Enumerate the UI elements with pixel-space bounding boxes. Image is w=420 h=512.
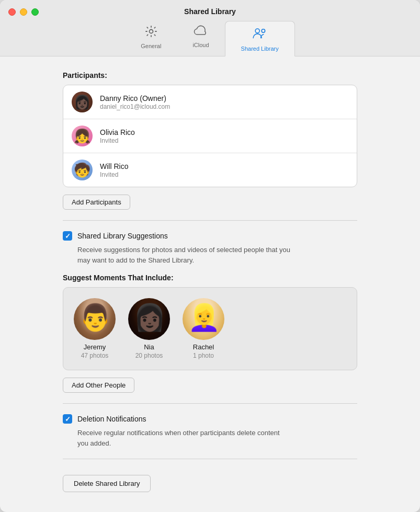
close-button[interactable]	[8, 8, 16, 16]
participant-status: Invited	[100, 171, 348, 178]
deletion-checkbox-row: ✓ Deletion Notifications	[63, 414, 357, 424]
section-divider-2	[63, 403, 357, 404]
person-name: Jeremy	[84, 343, 106, 351]
person-name: Nia	[144, 343, 154, 351]
person-photo-jeremy	[74, 298, 116, 340]
avatar: 🧒	[72, 160, 93, 180]
section-divider	[63, 220, 357, 221]
deletion-description: Receive regular notifications when other…	[77, 428, 357, 448]
participants-label: Participants:	[63, 71, 357, 79]
svg-point-0	[149, 30, 153, 33]
participant-info: Will Rico Invited	[100, 162, 348, 178]
person-count: 47 photos	[81, 352, 109, 359]
deletion-checkbox-label: Deletion Notifications	[77, 415, 146, 423]
section-divider-3	[63, 459, 357, 459]
participant-email: daniel_rico1@icloud.com	[100, 103, 348, 110]
cloud-icon	[194, 25, 208, 40]
person-photo-rachel	[183, 298, 224, 340]
participant-info: Olivia Rico Invited	[100, 128, 348, 144]
checkmark-icon: ✓	[65, 233, 71, 240]
list-item[interactable]: Rachel 1 photo	[183, 298, 224, 359]
avatar: 👩🏿	[72, 92, 93, 112]
participant-name: Olivia Rico	[100, 128, 348, 136]
participant-name: Will Rico	[100, 162, 348, 170]
add-other-people-button[interactable]: Add Other People	[63, 378, 134, 393]
shared-library-icon	[252, 26, 268, 43]
participant-status: Invited	[100, 137, 348, 144]
svg-point-2	[262, 29, 265, 32]
person-count: 1 photo	[193, 352, 214, 359]
minimize-button[interactable]	[20, 8, 27, 16]
tab-bar: General iCloud	[125, 21, 294, 56]
suggestions-checkbox-label: Shared Library Suggestions	[77, 232, 168, 240]
svg-point-1	[255, 29, 259, 33]
window-title: Shared Library	[184, 7, 236, 16]
maximize-button[interactable]	[31, 8, 39, 16]
list-item[interactable]: Jeremy 47 photos	[74, 298, 116, 359]
table-row[interactable]: 👩🏿 Danny Rico (Owner) daniel_rico1@iclou…	[63, 85, 357, 119]
tab-general[interactable]: General	[125, 21, 177, 56]
suggestions-checkbox-row: ✓ Shared Library Suggestions	[63, 231, 357, 241]
avatar: 👧	[72, 126, 93, 146]
suggest-moments-label: Suggest Moments That Include:	[63, 274, 357, 282]
people-grid: Jeremy 47 photos Nia 20 photos Rachel 1 …	[63, 287, 357, 370]
participant-name: Danny Rico (Owner)	[100, 94, 348, 103]
tab-icloud-label: iCloud	[192, 42, 209, 48]
table-row[interactable]: 👧 Olivia Rico Invited	[63, 119, 357, 153]
suggestions-description: Receive suggestions for photos and video…	[77, 245, 357, 265]
person-name: Rachel	[193, 343, 214, 351]
person-count: 20 photos	[135, 352, 163, 359]
participants-list: 👩🏿 Danny Rico (Owner) daniel_rico1@iclou…	[63, 85, 357, 187]
traffic-lights	[8, 8, 39, 16]
app-window: Shared Library General	[0, 0, 420, 512]
gear-icon	[145, 25, 157, 41]
deletion-checkbox[interactable]: ✓	[63, 414, 72, 424]
main-content: Participants: 👩🏿 Danny Rico (Owner) dani…	[0, 56, 420, 512]
tab-icloud[interactable]: iCloud	[177, 21, 224, 56]
table-row[interactable]: 🧒 Will Rico Invited	[63, 153, 357, 187]
suggestions-checkbox[interactable]: ✓	[63, 231, 72, 241]
delete-shared-library-button[interactable]: Delete Shared Library	[63, 475, 151, 492]
participant-info: Danny Rico (Owner) daniel_rico1@icloud.c…	[100, 94, 348, 110]
person-photo-nia	[128, 298, 170, 340]
add-participants-button[interactable]: Add Participants	[63, 195, 130, 210]
tab-shared-library[interactable]: Shared Library	[225, 21, 295, 56]
tab-general-label: General	[141, 43, 161, 49]
checkmark-icon: ✓	[65, 416, 71, 423]
list-item[interactable]: Nia 20 photos	[128, 298, 170, 359]
tab-shared-library-label: Shared Library	[241, 45, 279, 52]
title-bar: Shared Library General	[0, 0, 420, 56]
